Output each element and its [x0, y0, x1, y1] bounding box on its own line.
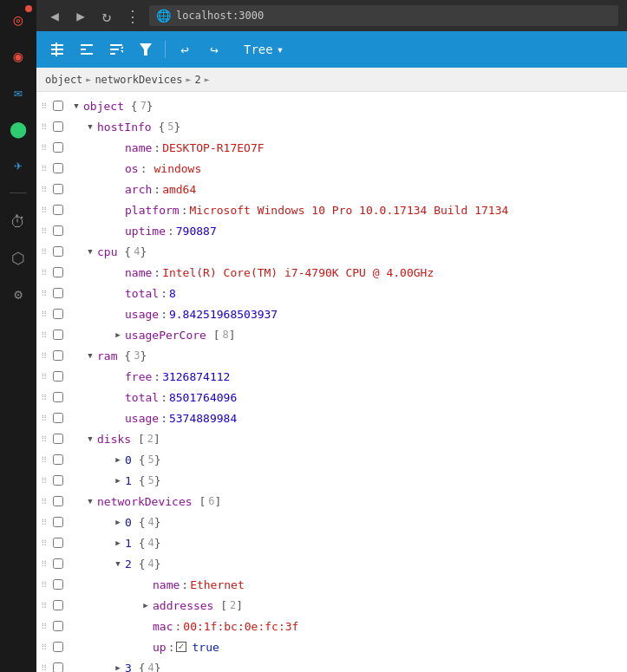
sidebar-icon-6[interactable]: ⏱	[6, 209, 30, 233]
breadcrumb-arrow-3: ►	[205, 75, 210, 84]
row-checkbox[interactable]	[50, 350, 66, 361]
filter-button[interactable]	[134, 37, 158, 62]
row-checkbox[interactable]	[50, 371, 66, 382]
row-content: ▶ 1 { 5 }	[66, 473, 620, 487]
sidebar-icon-7[interactable]: ⬡	[6, 245, 30, 270]
toggle-nd1[interactable]: ▶	[111, 536, 125, 550]
row-checkbox[interactable]	[50, 184, 66, 194]
drag-handle: ⠿	[36, 330, 50, 340]
row-checkbox[interactable]	[50, 392, 66, 402]
tree-dropdown[interactable]: Tree ▾	[237, 39, 291, 60]
row-content: ▶ 0 { 5 }	[66, 453, 620, 466]
collapse-button[interactable]	[75, 37, 99, 62]
toggle-nd2[interactable]: ▼	[111, 557, 125, 571]
row-checkbox[interactable]	[50, 475, 66, 486]
toggle-ram[interactable]: ▼	[83, 349, 97, 362]
breadcrumb-arrow-1: ►	[86, 75, 91, 84]
row-checkbox[interactable]	[50, 558, 66, 569]
forward-button[interactable]: ▶	[71, 6, 90, 25]
tree-row: ⠿ ▼ cpu { 4 }	[36, 241, 627, 262]
row-checkbox[interactable]	[50, 413, 66, 423]
sidebar-icon-3[interactable]: ✉	[6, 80, 30, 104]
row-checkbox[interactable]	[50, 121, 66, 132]
row-checkbox[interactable]	[50, 579, 66, 590]
row-checkbox[interactable]	[50, 288, 66, 298]
row-checkbox[interactable]	[50, 225, 66, 236]
row-checkbox[interactable]	[50, 662, 66, 672]
row-checkbox[interactable]	[50, 538, 66, 548]
menu-dots[interactable]: ⋮	[123, 6, 142, 25]
tree-row: ⠿ ▼ ram { 3 }	[36, 345, 627, 366]
key-disks: disks	[97, 433, 131, 446]
toggle-disk0[interactable]: ▶	[111, 453, 125, 466]
drag-handle: ⠿	[36, 164, 50, 173]
row-checkbox[interactable]	[50, 163, 66, 173]
row-checkbox[interactable]	[50, 621, 66, 631]
toggle-disks[interactable]: ▼	[83, 432, 97, 446]
row-content: up : true	[66, 641, 620, 654]
drag-handle: ⠿	[36, 601, 50, 610]
redo-button[interactable]: ↪	[202, 37, 226, 62]
tree-row: ⠿ name : Intel(R) Core(TM) i7-4790K CPU …	[36, 262, 627, 283]
row-content: ▼ hostInfo { 5 }	[66, 120, 620, 134]
toggle-object[interactable]: ▼	[69, 99, 83, 113]
row-checkbox[interactable]	[50, 329, 66, 340]
val-ram-free: 3126874112	[162, 370, 230, 383]
drag-handle: ⠿	[36, 122, 50, 132]
toggle-disk1[interactable]: ▶	[111, 473, 125, 487]
toggle-nd3[interactable]: ▶	[111, 661, 125, 672]
expand-vertical-button[interactable]	[45, 37, 69, 62]
key-addresses: addresses	[153, 599, 213, 612]
row-checkbox[interactable]	[50, 205, 66, 215]
row-checkbox[interactable]	[50, 496, 66, 506]
toggle-networkdevices[interactable]: ▼	[83, 494, 97, 508]
row-checkbox[interactable]	[50, 101, 66, 111]
row-content: ▶ 3 { 4 }	[66, 661, 620, 672]
key-nd1: 1	[125, 537, 132, 550]
key-cpu-name: name	[125, 266, 152, 279]
row-checkbox[interactable]	[50, 309, 66, 319]
toggle-nd0[interactable]: ▶	[111, 515, 125, 529]
sidebar-icon-1[interactable]: ◎	[6, 7, 30, 31]
breadcrumb-item-2[interactable]: 2	[195, 74, 201, 86]
val-nd2-name: Ethernet	[190, 578, 245, 591]
tree-row: ⠿ up : true	[36, 636, 627, 657]
refresh-button[interactable]: ↻	[97, 6, 116, 25]
back-button[interactable]: ◀	[45, 6, 64, 25]
sort-button[interactable]	[104, 37, 128, 62]
drag-handle: ⠿	[36, 143, 50, 153]
key-networkdevices: networkDevices	[97, 495, 193, 508]
tree-row: ⠿ ▼ disks [ 2 ]	[36, 428, 627, 449]
row-checkbox[interactable]	[50, 267, 66, 277]
row-content: free : 3126874112	[66, 370, 620, 383]
key-ram-free: free	[125, 370, 152, 383]
tree-label: Tree	[244, 42, 273, 56]
undo-button[interactable]: ↩	[173, 37, 197, 62]
row-checkbox[interactable]	[50, 142, 66, 153]
breadcrumb-item-object[interactable]: object	[45, 74, 82, 86]
sidebar-icon-2[interactable]: ◉	[6, 43, 30, 68]
svg-rect-8	[110, 49, 119, 50]
tree-row: ⠿ ▼ object { 7 }	[36, 95, 627, 116]
row-checkbox[interactable]	[50, 246, 66, 257]
row-checkbox[interactable]	[50, 600, 66, 610]
sidebar-icon-4[interactable]: ⬤	[6, 116, 30, 140]
toggle-usagepercore[interactable]: ▶	[111, 328, 125, 342]
toggle-addresses[interactable]: ▶	[139, 598, 153, 612]
toggle-cpu[interactable]: ▼	[83, 245, 97, 258]
count-object: 7	[140, 100, 147, 112]
key-nd0: 0	[125, 516, 132, 529]
row-checkbox[interactable]	[50, 454, 66, 465]
globe-icon: 🌐	[156, 9, 171, 23]
row-checkbox[interactable]	[50, 434, 66, 444]
row-checkbox[interactable]	[50, 642, 66, 652]
drag-handle: ⠿	[36, 518, 50, 527]
browser-bar: ◀ ▶ ↻ ⋮ 🌐 localhost:3000	[36, 0, 627, 31]
row-content: ▼ networkDevices [ 6 ]	[66, 494, 620, 508]
sidebar-icon-8[interactable]: ⚙	[6, 282, 30, 306]
row-checkbox[interactable]	[50, 517, 66, 527]
address-bar[interactable]: 🌐 localhost:3000	[149, 5, 618, 26]
sidebar-icon-5[interactable]: ✈	[6, 153, 30, 177]
toggle-hostinfo[interactable]: ▼	[83, 120, 97, 134]
breadcrumb-item-networkDevices[interactable]: networkDevices	[95, 74, 182, 86]
